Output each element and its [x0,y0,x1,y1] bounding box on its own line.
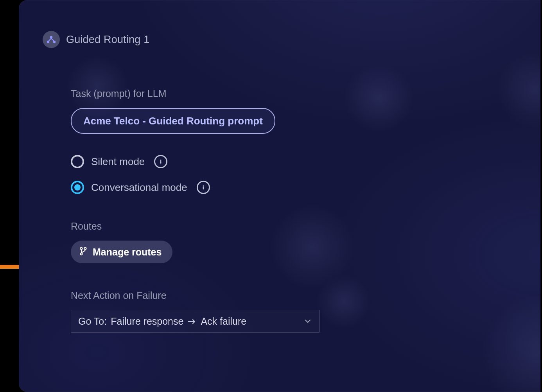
svg-point-3 [160,160,162,161]
svg-point-9 [80,253,82,255]
mode-option-silent[interactable]: Silent mode [71,155,319,168]
info-icon[interactable] [154,155,167,168]
failure-step: Ack failure [201,316,246,327]
branch-icon [79,246,87,258]
svg-rect-6 [203,187,204,189]
failure-action-select[interactable]: Go To: Failure response Ack failure [71,310,319,333]
panel-header: Guided Routing 1 [43,31,149,48]
svg-point-7 [80,247,82,249]
routing-nodes-icon [43,31,60,48]
task-prompt-pill[interactable]: Acme Telco - Guided Routing prompt [71,108,275,134]
radio-checked-icon [71,181,84,194]
task-prompt-text: Acme Telco - Guided Routing prompt [83,115,263,127]
mode-radio-group: Silent mode Conversational mode [71,155,319,194]
chevron-down-icon [304,316,311,327]
routes-label: Routes [71,221,319,232]
svg-point-8 [84,247,86,249]
info-icon[interactable] [197,181,210,194]
failure-flow: Failure response [111,316,183,327]
arrow-right-icon [187,316,197,327]
manage-routes-button[interactable]: Manage routes [71,241,172,263]
svg-point-5 [203,185,204,187]
failure-label: Next Action on Failure [71,290,319,301]
mode-label: Conversational mode [91,182,187,194]
config-panel: Guided Routing 1 Task (prompt) for LLM A… [19,0,540,392]
failure-prefix: Go To: [78,316,107,327]
radio-unchecked-icon [71,155,84,168]
mode-option-conversational[interactable]: Conversational mode [71,181,319,194]
panel-title: Guided Routing 1 [66,34,149,46]
mode-label: Silent mode [91,156,145,168]
task-label: Task (prompt) for LLM [71,88,319,99]
manage-routes-label: Manage routes [93,246,162,258]
svg-rect-4 [160,161,162,164]
